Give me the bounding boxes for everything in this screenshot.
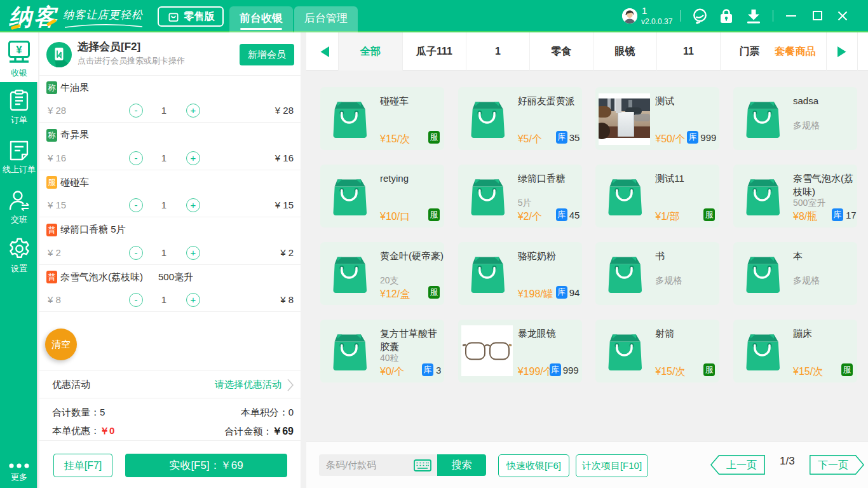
svg-text:¥: ¥ (16, 44, 22, 56)
svg-text:上一页: 上一页 (726, 459, 757, 470)
svg-text:下一页: 下一页 (818, 459, 848, 470)
